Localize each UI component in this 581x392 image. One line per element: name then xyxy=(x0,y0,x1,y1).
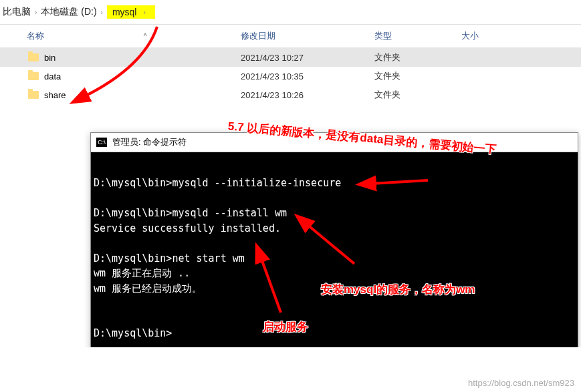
sort-ascending-icon: ^ xyxy=(47,33,147,40)
file-list-body: bin2021/4/23 10:27文件夹data2021/4/23 10:35… xyxy=(0,48,581,104)
command-prompt-window: C:\ 管理员: 命令提示符 D:\mysql\bin>mysqld --ini… xyxy=(90,132,578,367)
column-header-type[interactable]: 类型 xyxy=(374,30,461,42)
table-row[interactable]: data2021/4/23 10:35文件夹 xyxy=(0,67,581,85)
file-date: 2021/4/23 10:35 xyxy=(241,71,374,81)
watermark: https://blog.csdn.net/sm923 xyxy=(468,378,574,388)
command-prompt-title-text: 管理员: 命令提示符 xyxy=(112,136,187,148)
command-prompt-icon: C:\ xyxy=(96,138,107,147)
folder-icon xyxy=(28,91,39,99)
file-list: 名称 ^ 修改日期 类型 大小 bin2021/4/23 10:27文件夹dat… xyxy=(0,25,581,104)
breadcrumb-current-text: mysql xyxy=(112,7,137,17)
breadcrumb-root[interactable]: 比电脑 xyxy=(3,6,31,18)
file-type: 文件夹 xyxy=(374,70,461,82)
column-header-size[interactable]: 大小 xyxy=(461,30,542,42)
table-row[interactable]: share2021/4/23 10:26文件夹 xyxy=(0,85,581,104)
chevron-right-icon: › xyxy=(35,9,37,16)
file-date: 2021/4/23 10:27 xyxy=(241,53,374,63)
folder-icon xyxy=(28,72,39,80)
file-list-header-row: 名称 ^ 修改日期 类型 大小 xyxy=(0,25,581,48)
file-name: bin xyxy=(44,53,55,63)
command-prompt-titlebar[interactable]: C:\ 管理员: 命令提示符 xyxy=(91,133,578,152)
file-name: share xyxy=(44,90,66,100)
breadcrumb: 比电脑 › 本地磁盘 (D:) › mysql › xyxy=(0,0,581,25)
file-type: 文件夹 xyxy=(374,89,461,101)
file-date: 2021/4/23 10:26 xyxy=(241,90,374,100)
column-header-name-text: 名称 xyxy=(27,31,44,41)
column-header-date[interactable]: 修改日期 xyxy=(241,30,374,42)
breadcrumb-drive[interactable]: 本地磁盘 (D:) xyxy=(41,6,96,18)
command-prompt-output[interactable]: D:\mysql\bin>mysqld --initialize-insecur… xyxy=(91,152,578,366)
table-row[interactable]: bin2021/4/23 10:27文件夹 xyxy=(0,48,581,67)
breadcrumb-current-highlight[interactable]: mysql › xyxy=(107,5,155,19)
chevron-right-icon: › xyxy=(101,9,103,16)
chevron-right-icon: › xyxy=(143,9,145,16)
file-name: data xyxy=(44,71,61,81)
column-header-name[interactable]: 名称 ^ xyxy=(0,30,241,42)
file-type: 文件夹 xyxy=(374,51,461,63)
folder-icon xyxy=(28,53,39,61)
